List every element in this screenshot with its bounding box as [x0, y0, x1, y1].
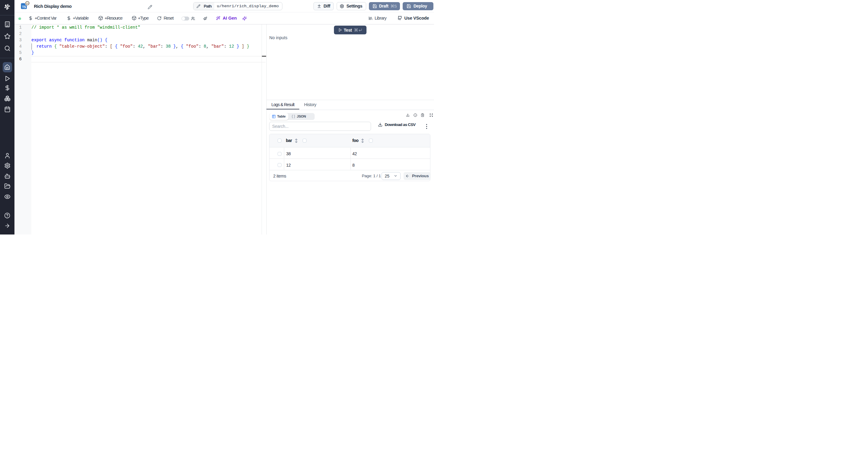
svg-text:TS: TS: [22, 5, 26, 9]
